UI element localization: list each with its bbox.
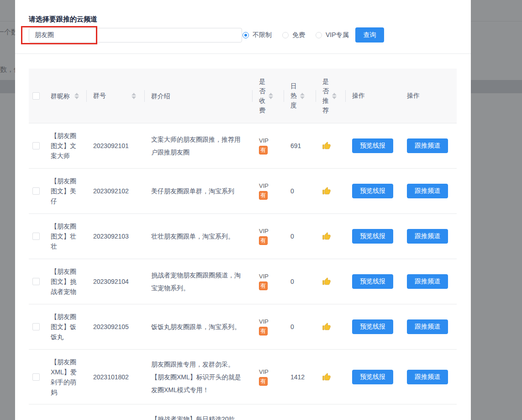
cell-group-id: 2023092104: [87, 278, 145, 285]
select-all-checkbox[interactable]: [32, 92, 40, 100]
cell-recommend: [316, 373, 346, 381]
fee-cell: VIP 有: [259, 273, 269, 290]
channel-search-input[interactable]: [29, 28, 242, 43]
preview-button[interactable]: 预览线报: [352, 274, 393, 289]
thumbs-up-icon: [322, 373, 331, 381]
cell-recommend: [316, 323, 346, 331]
table-row: 【朋友圈图文】挑战者宠物 2023092104 挑战者宠物朋友圈跟圈频道，淘宝宠…: [29, 259, 457, 304]
cell-intro: 【挑战者宠物】每日精选20款: [145, 404, 253, 420]
cell-heat: 0: [284, 278, 316, 285]
header-recommend-label: 是否推荐: [322, 77, 329, 115]
query-button[interactable]: 查询: [355, 27, 384, 43]
cell-heat: 691: [284, 142, 316, 149]
row-checkbox[interactable]: [32, 278, 40, 285]
header-heat: 日热度: [284, 81, 316, 110]
radio-label: VIP专属: [326, 31, 349, 39]
row-checkbox[interactable]: [32, 142, 40, 149]
follow-channel-button[interactable]: 跟推频道: [407, 370, 448, 384]
header-nickname: 群昵称: [44, 91, 87, 101]
radio-label: 免费: [292, 31, 305, 39]
preview-button[interactable]: 预览线报: [352, 319, 393, 334]
section-divider: [15, 53, 471, 54]
follow-channel-button[interactable]: 跟推频道: [407, 184, 448, 198]
sort-caret-icon[interactable]: [132, 93, 136, 99]
cell-nickname: 【朋友圈图文】壮壮: [44, 221, 87, 251]
table-row: 【朋友圈XML】爱剁手的萌妈 2023101802 朋友圈跟推专用，发群勿采。 …: [29, 350, 457, 404]
header-action-preview: 操作: [346, 92, 401, 100]
thumbs-up-icon: [322, 187, 331, 195]
header-group-id-label: 群号: [93, 92, 106, 100]
preview-button[interactable]: 预览线报: [352, 370, 393, 384]
radio-dot-icon: [243, 32, 249, 38]
table-row-partial: 【挑战者宠物】每日精选20款: [29, 404, 457, 420]
fee-has-badge: 有: [259, 377, 268, 386]
fee-has-badge: 有: [259, 236, 268, 245]
fee-cell: VIP 有: [259, 318, 269, 335]
fee-filter-radio-group: 不限制 免费 VIP专属: [243, 27, 349, 43]
header-recommend: 是否推荐: [316, 77, 346, 115]
cell-recommend: [316, 277, 346, 286]
cell-nickname: 【朋友圈图文】文案大师: [44, 131, 87, 161]
channel-select-modal: 请选择要跟推的云频道 不限制 免费 VIP专属 查询: [15, 0, 471, 420]
header-heat-label: 日热度: [290, 81, 297, 110]
thumbs-up-icon: [322, 232, 331, 240]
preview-button[interactable]: 预览线报: [352, 184, 393, 198]
thumbs-up-icon: [322, 142, 331, 150]
cell-recommend: [316, 187, 346, 195]
follow-channel-button[interactable]: 跟推频道: [407, 319, 448, 334]
preview-button[interactable]: 预览线报: [352, 229, 393, 244]
fee-vip-label: VIP: [259, 318, 269, 325]
header-intro-label: 群介绍: [151, 90, 170, 102]
cell-heat: 0: [284, 233, 316, 240]
cell-nickname: 【朋友圈XML】爱剁手的萌妈: [44, 357, 87, 397]
cell-group-id: 2023092105: [87, 323, 145, 330]
cell-nickname: 【朋友圈图文】挑战者宠物: [44, 266, 87, 297]
cell-heat: 0: [284, 323, 316, 330]
row-checkbox[interactable]: [32, 373, 40, 381]
radio-label: 不限制: [253, 31, 272, 39]
header-intro: 群介绍: [145, 90, 253, 102]
table-row: 【朋友圈图文】饭饭丸 2023092105 饭饭丸朋友圈跟单，淘宝系列。 VIP…: [29, 304, 457, 350]
follow-channel-button[interactable]: 跟推频道: [407, 138, 448, 153]
header-group-id: 群号: [87, 92, 145, 100]
sort-caret-icon[interactable]: [269, 93, 273, 99]
sort-caret-icon[interactable]: [74, 93, 79, 99]
row-checkbox[interactable]: [32, 187, 40, 195]
radio-unlimited[interactable]: 不限制: [243, 31, 272, 39]
fee-vip-label: VIP: [259, 137, 269, 144]
cell-intro: 挑战者宠物朋友圈跟圈频道，淘宝宠物系列。: [145, 269, 253, 294]
sort-caret-icon[interactable]: [332, 93, 337, 99]
fee-vip-label: VIP: [259, 273, 269, 280]
row-checkbox[interactable]: [32, 233, 40, 240]
preview-button[interactable]: 预览线报: [352, 138, 393, 153]
modal-title: 请选择要跟推的云频道: [29, 15, 97, 24]
header-action-label: 操作: [407, 92, 420, 100]
cell-group-id: 2023101802: [87, 373, 145, 381]
cell-intro: 美仔朋友圈跟单群，淘宝系列: [145, 185, 253, 197]
radio-free[interactable]: 免费: [282, 31, 305, 39]
thumbs-up-icon: [322, 277, 331, 286]
radio-vip-only[interactable]: VIP专属: [316, 31, 349, 39]
fee-has-badge: 有: [259, 146, 268, 154]
cell-heat: 1412: [284, 373, 316, 381]
cell-intro: 壮壮朋友圈跟单，淘宝系列。: [145, 230, 253, 243]
header-action-label: 操作: [352, 92, 365, 100]
follow-channel-button[interactable]: 跟推频道: [407, 229, 448, 244]
channel-table: 群昵称 群号 群介绍 是否收费 日热度: [29, 69, 457, 420]
screen: 一个数 数，保 请选择要跟推的云频道 不限制 免费 VIP专属 查询: [0, 0, 522, 420]
cell-intro: 文案大师的朋友圈跟推，推荐用户跟推朋友圈: [145, 133, 253, 159]
thumbs-up-icon: [322, 323, 331, 331]
header-fee-label: 是否收费: [259, 77, 266, 115]
fee-cell: VIP 有: [259, 228, 269, 245]
cell-intro: 饭饭丸朋友圈跟单，淘宝系列。: [145, 320, 253, 333]
fee-has-badge: 有: [259, 282, 268, 290]
header-nickname-label: 群昵称: [51, 91, 70, 101]
row-checkbox[interactable]: [32, 323, 40, 330]
fee-cell: VIP 有: [259, 137, 269, 154]
sort-caret-icon[interactable]: [300, 93, 305, 99]
cell-heat: 0: [284, 187, 316, 195]
follow-channel-button[interactable]: 跟推频道: [407, 274, 448, 289]
fee-vip-label: VIP: [259, 228, 269, 234]
cell-nickname: 【朋友圈图文】饭饭丸: [44, 312, 87, 342]
header-action-follow: 操作: [401, 92, 457, 100]
